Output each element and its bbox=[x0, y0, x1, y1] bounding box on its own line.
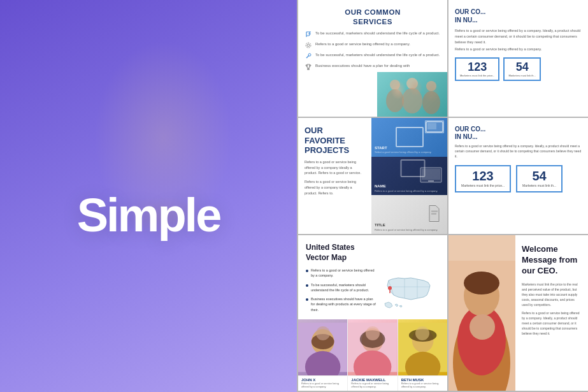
welcome-content: Welcome Message from our CEO. Marketers … bbox=[515, 235, 588, 391]
numbers-desc: Refers to a good or service being offere… bbox=[455, 143, 582, 159]
welcome-desc1: Marketers must link the price to the rea… bbox=[522, 282, 582, 307]
project-label-2: NAME Refers to a good or service being o… bbox=[375, 184, 438, 192]
service-text-4: Business executives should have a plan f… bbox=[315, 63, 410, 69]
service-text-2: Refers to a good or service being offere… bbox=[315, 41, 410, 47]
svg-point-5 bbox=[386, 89, 404, 112]
john-photo bbox=[298, 319, 347, 375]
team-members: JOHN X Refers to a good or service being… bbox=[298, 319, 447, 391]
projects-desc2: Refers to a good or service being offere… bbox=[305, 179, 365, 196]
services-heading: OUR COMMON SERVICES bbox=[305, 8, 441, 27]
team-panel: JOHN X Refers to a good or service being… bbox=[298, 319, 447, 391]
number-box-1: 123 Marketers must link the price... bbox=[455, 165, 511, 192]
team-member-jackie: JACKIE MAXWELL Refers to a good or servi… bbox=[348, 319, 398, 391]
gear-icon bbox=[305, 41, 312, 49]
welcome-desc2: Refers to a good or service being offere… bbox=[522, 310, 582, 336]
svg-rect-16 bbox=[431, 213, 436, 214]
john-info: JOHN X Refers to a good or service being… bbox=[298, 375, 347, 391]
svg-point-4 bbox=[390, 80, 400, 90]
svg-point-1 bbox=[306, 43, 311, 48]
service-item-2: Refers to a good or service being offere… bbox=[305, 41, 441, 49]
number-val-2: 54 bbox=[522, 170, 556, 182]
svg-point-36 bbox=[464, 272, 499, 294]
beth-desc: Refers to a good or service being offere… bbox=[401, 382, 444, 389]
map-bullet-3: Business executives should have a plan f… bbox=[306, 296, 377, 312]
numbers-row: 123 Marketers must link the price... 54 … bbox=[455, 165, 582, 192]
service-item-1: To be successful, marketers should under… bbox=[305, 31, 441, 38]
map-bullets: Refers to a good or service being offere… bbox=[306, 268, 377, 316]
num2-value: 54 bbox=[508, 61, 535, 73]
num1-label: Marketers must link the price... bbox=[460, 74, 494, 77]
num-box-1: 123 Marketers must link the price... bbox=[455, 57, 499, 81]
svg-point-48 bbox=[409, 329, 437, 342]
svg-rect-14 bbox=[428, 180, 434, 182]
map-bullet-2: To be successful, marketers should under… bbox=[306, 282, 377, 293]
svg-point-6 bbox=[406, 78, 418, 89]
project-card-3: TITLE Refers to a good or service being … bbox=[371, 195, 447, 234]
map-bullet-text-1: Refers to a good or service being offere… bbox=[311, 268, 377, 279]
john-desc: Refers to a good or service being offere… bbox=[301, 382, 344, 389]
beth-photo bbox=[398, 319, 447, 375]
map-bullet-text-2: To be successful, marketers should under… bbox=[311, 282, 377, 293]
bullet-dot-2 bbox=[306, 284, 308, 287]
num-box-2: 54 Marketers must link th... bbox=[503, 57, 540, 81]
hero-title: Simple bbox=[77, 150, 220, 242]
team-member-beth: BETH MUSK Refers to a good or service be… bbox=[398, 319, 447, 391]
map-title: United States Vector Map bbox=[306, 243, 440, 263]
svg-point-30 bbox=[388, 286, 392, 290]
svg-rect-37 bbox=[448, 235, 515, 261]
projects-heading: OUR FAVORITE PROJECTS bbox=[305, 126, 365, 156]
wrench-icon bbox=[305, 52, 312, 60]
numbers-panel: OUR CO... IN NU... Refers to a good or s… bbox=[448, 118, 588, 234]
partial-top-heading: OUR CO... IN NU... bbox=[455, 8, 582, 24]
partial-top-desc2: Refers to a good or service being offere… bbox=[455, 47, 582, 52]
root: Simple OUR COMMON SERVICES To be success… bbox=[0, 0, 588, 392]
bullet-dot-1 bbox=[306, 270, 308, 272]
svg-rect-13 bbox=[422, 169, 440, 180]
hero-panel: Simple bbox=[0, 0, 297, 392]
projects-desc1: Refers to a good or service being offere… bbox=[305, 159, 365, 176]
svg-point-44 bbox=[360, 330, 385, 348]
map-bullet-1: Refers to a good or service being offere… bbox=[306, 268, 377, 279]
map-layout: Refers to a good or service being offere… bbox=[306, 268, 440, 316]
projects-left-side: OUR FAVORITE PROJECTS Refers to a good o… bbox=[298, 118, 371, 234]
jackie-desc: Refers to a good or service being offere… bbox=[351, 382, 394, 389]
service-text-1: To be successful, marketers should under… bbox=[315, 31, 440, 36]
project-label-3: TITLE Refers to a good or service being … bbox=[375, 223, 438, 231]
welcome-photo bbox=[448, 235, 515, 391]
svg-rect-11 bbox=[427, 123, 436, 129]
svg-point-34 bbox=[457, 305, 506, 375]
number-val-1: 123 bbox=[461, 170, 505, 182]
map-bullet-text-3: Business executives should have a plan f… bbox=[311, 296, 377, 312]
service-text-3: To be successful, marketers should under… bbox=[315, 52, 440, 58]
project-label-1: START Select a good service being offere… bbox=[375, 146, 431, 154]
projects-panel: OUR FAVORITE PROJECTS Refers to a good o… bbox=[298, 118, 447, 234]
project-card-1: START Select a good service being offere… bbox=[371, 118, 447, 157]
project-card-2: NAME Refers to a good or service being o… bbox=[371, 157, 447, 196]
trophy-icon bbox=[305, 63, 312, 71]
svg-rect-15 bbox=[431, 210, 438, 212]
svg-point-0 bbox=[307, 44, 310, 47]
svg-point-9 bbox=[422, 91, 440, 114]
number-label-1: Marketers must link the price... bbox=[461, 184, 505, 188]
numbers-heading: OUR CO... IN NU... bbox=[455, 126, 582, 141]
beth-info: BETH MUSK Refers to a good or service be… bbox=[398, 375, 447, 391]
partial-top-desc1: Refers to a good or service being offere… bbox=[455, 28, 582, 45]
svg-point-7 bbox=[402, 88, 422, 113]
service-item-4: Business executives should have a plan f… bbox=[305, 63, 441, 71]
welcome-title: Welcome Message from our CEO. bbox=[522, 244, 582, 277]
svg-point-3 bbox=[308, 54, 311, 56]
jackie-photo bbox=[348, 319, 397, 375]
partial-right-top-panel: OUR CO... IN NU... Refers to a good or s… bbox=[448, 0, 588, 117]
bullet-dot-3 bbox=[306, 298, 308, 301]
svg-point-40 bbox=[312, 334, 334, 349]
number-label-2: Marketers must link th... bbox=[522, 184, 556, 188]
jackie-info: JACKIE MAXWELL Refers to a good or servi… bbox=[348, 375, 397, 391]
num1-value: 123 bbox=[460, 61, 494, 73]
num2-label: Marketers must link th... bbox=[508, 74, 535, 77]
projects-right-side: START Select a good service being offere… bbox=[371, 118, 447, 234]
number-box-2: 54 Marketers must link th... bbox=[516, 165, 563, 192]
team-member-john: JOHN X Refers to a good or service being… bbox=[298, 319, 348, 391]
service-item-3: To be successful, marketers should under… bbox=[305, 52, 441, 60]
welcome-panel: Welcome Message from our CEO. Marketers … bbox=[448, 235, 588, 391]
services-photo bbox=[377, 72, 447, 117]
